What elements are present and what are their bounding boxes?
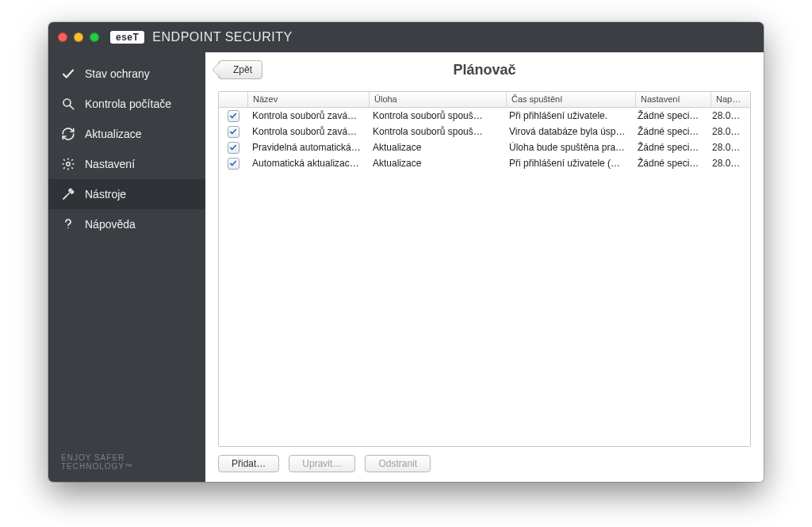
brand-text: ENDPOINT SECURITY <box>152 30 292 44</box>
add-button[interactable]: Přidat… <box>218 455 279 472</box>
svg-point-2 <box>67 162 71 166</box>
table-row[interactable]: Automatická aktualizac…AktualizacePři př… <box>219 155 750 171</box>
footer-buttons: Přidat… Upravit… Odstranit <box>218 447 751 474</box>
table-body: Kontrola souborů zavá…Kontrola souborů s… <box>219 108 750 446</box>
titlebar: eseT ENDPOINT SECURITY <box>48 22 764 52</box>
app-window: eseT ENDPOINT SECURITY Stav ochrany <box>48 22 764 482</box>
sidebar-item-label: Nápověda <box>85 218 136 231</box>
sidebar-item-status[interactable]: Stav ochrany <box>48 59 205 89</box>
cell-time: Úloha bude spuštěna pra… <box>504 142 633 153</box>
cell-task: Aktualizace <box>368 158 504 169</box>
table-row[interactable]: Kontrola souborů zavá…Kontrola souborů s… <box>219 108 750 124</box>
gear-icon <box>61 157 75 171</box>
cell-name: Automatická aktualizac… <box>247 158 368 169</box>
sidebar-item-label: Kontrola počítače <box>85 97 171 110</box>
cell-last: 28.01.15 6:… <box>707 142 750 153</box>
sidebar-item-tools[interactable]: Nástroje <box>48 179 205 209</box>
search-icon <box>61 97 75 111</box>
brand: eseT ENDPOINT SECURITY <box>110 30 293 44</box>
edit-button[interactable]: Upravit… <box>289 455 355 472</box>
sidebar: Stav ochrany Kontrola počítače Aktualiza… <box>48 52 205 482</box>
minimize-icon[interactable] <box>74 32 83 42</box>
col-config[interactable]: Nastavení <box>636 92 711 108</box>
cell-time: Při přihlášení uživatele. <box>504 110 633 121</box>
main-panel: Zpět Plánovač Název Úloha Čas spuštění N… <box>205 52 764 482</box>
close-icon[interactable] <box>58 32 67 42</box>
page-title: Plánovač <box>205 62 764 78</box>
brand-badge: eseT <box>110 31 144 44</box>
cell-config: Žádné speci… <box>633 158 707 169</box>
svg-point-0 <box>63 99 71 106</box>
cell-task: Kontrola souborů spouš… <box>368 110 504 121</box>
cell-task: Kontrola souborů spouš… <box>368 126 504 137</box>
cell-task: Aktualizace <box>368 142 504 153</box>
checkbox-icon[interactable] <box>228 126 239 138</box>
cell-name: Kontrola souborů zavá… <box>247 126 368 137</box>
sidebar-item-label: Nástroje <box>85 188 126 200</box>
cell-time: Při přihlášení uživatele (… <box>504 158 633 169</box>
table-header: Název Úloha Čas spuštění Nastavení Napos… <box>219 92 750 108</box>
question-icon <box>61 217 75 231</box>
col-name[interactable]: Název <box>248 92 370 108</box>
content: Název Úloha Čas spuštění Nastavení Napos… <box>205 88 764 482</box>
cell-last: 28.01.15 6:… <box>707 158 750 169</box>
col-time[interactable]: Čas spuštění <box>507 92 636 108</box>
sidebar-item-label: Stav ochrany <box>85 67 150 80</box>
cell-last: 28.01.15 6:… <box>707 126 750 137</box>
window-controls <box>58 32 99 42</box>
zoom-icon[interactable] <box>90 32 99 42</box>
cell-config: Žádné speci… <box>633 142 707 153</box>
remove-button[interactable]: Odstranit <box>365 455 431 472</box>
table-row[interactable]: Pravidelná automatická…AktualizaceÚloha … <box>219 139 750 155</box>
cell-name: Kontrola souborů zavá… <box>247 110 368 121</box>
back-button[interactable]: Zpět <box>218 60 262 79</box>
sidebar-item-scan[interactable]: Kontrola počítače <box>48 89 205 119</box>
cell-config: Žádné speci… <box>633 126 707 137</box>
checkbox-icon[interactable] <box>228 142 239 154</box>
checkbox-icon[interactable] <box>228 158 239 170</box>
cell-name: Pravidelná automatická… <box>247 142 368 153</box>
back-button-label: Zpět <box>233 64 252 75</box>
sidebar-nav: Stav ochrany Kontrola počítače Aktualiza… <box>48 59 205 442</box>
cell-check[interactable] <box>219 126 247 138</box>
cell-check[interactable] <box>219 110 247 122</box>
sidebar-item-label: Aktualizace <box>85 128 142 140</box>
check-icon <box>61 67 75 81</box>
cell-config: Žádné speci… <box>633 110 707 121</box>
cell-last: 28.01.15 6:… <box>707 110 750 121</box>
cell-time: Virová databáze byla úsp… <box>504 126 633 137</box>
sidebar-item-label: Nastavení <box>85 158 135 170</box>
col-check[interactable] <box>219 92 248 108</box>
sidebar-item-update[interactable]: Aktualizace <box>48 119 205 149</box>
sidebar-item-settings[interactable]: Nastavení <box>48 149 205 179</box>
cell-check[interactable] <box>219 158 247 170</box>
svg-point-3 <box>67 227 69 229</box>
col-last[interactable]: Naposledy s… <box>711 92 750 108</box>
checkbox-icon[interactable] <box>228 110 239 122</box>
refresh-icon <box>61 127 75 141</box>
svg-line-1 <box>70 105 74 109</box>
col-task[interactable]: Úloha <box>370 92 507 108</box>
sidebar-item-help[interactable]: Nápověda <box>48 209 205 239</box>
sidebar-footer: ENJOY SAFER TECHNOLOGY™ <box>48 442 205 482</box>
tools-icon <box>61 187 75 201</box>
cell-check[interactable] <box>219 142 247 154</box>
scheduler-table: Název Úloha Čas spuštění Nastavení Napos… <box>218 91 751 447</box>
table-row[interactable]: Kontrola souborů zavá…Kontrola souborů s… <box>219 124 750 139</box>
main-header: Zpět Plánovač <box>205 52 764 88</box>
